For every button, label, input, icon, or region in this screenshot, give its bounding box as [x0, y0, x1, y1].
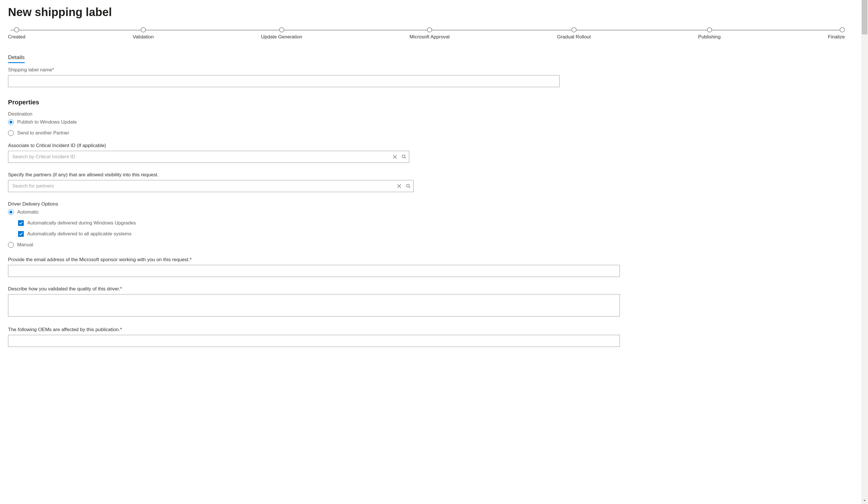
radio-manual[interactable]: Manual — [8, 242, 860, 248]
checkbox-auto-upgrades[interactable]: Automatically delivered during Windows U… — [18, 220, 860, 226]
progress-bar: Created Validation Update Generation Mic… — [8, 27, 845, 40]
search-icon[interactable] — [401, 154, 407, 160]
checkbox-label: Automatically delivered to all applicabl… — [27, 231, 132, 237]
progress-circle — [571, 27, 577, 32]
checkbox-auto-all-systems[interactable]: Automatically delivered to all applicabl… — [18, 231, 860, 237]
clear-icon[interactable] — [396, 183, 402, 189]
destination-label: Destination — [8, 111, 860, 117]
validation-description-input[interactable] — [8, 294, 620, 317]
radio-label: Manual — [17, 242, 33, 248]
progress-step-validation: Validation — [133, 27, 154, 40]
scrollbar-track[interactable] — [861, 0, 868, 362]
oems-affected-input[interactable] — [8, 335, 620, 347]
radio-icon — [8, 119, 14, 125]
progress-step-update-generation: Update Generation — [261, 27, 302, 40]
progress-label: Finalize — [828, 34, 845, 40]
critical-incident-label: Associate to Critical Incident ID (If ap… — [8, 143, 860, 148]
progress-step-gradual-rollout: Gradual Rollout — [557, 27, 591, 40]
radio-icon — [8, 242, 14, 248]
driver-delivery-options-label: Driver Delivery Options — [8, 201, 860, 207]
svg-point-1 — [407, 184, 410, 187]
progress-circle — [279, 27, 284, 32]
tab-bar: Details — [8, 54, 860, 63]
radio-label: Automatic — [17, 209, 39, 215]
shipping-label-name-input[interactable] — [8, 75, 560, 87]
radio-publish-windows-update[interactable]: Publish to Windows Update — [8, 119, 860, 125]
radio-icon — [8, 209, 14, 215]
checkbox-icon — [18, 231, 24, 237]
tab-details[interactable]: Details — [8, 54, 25, 63]
sponsor-email-label: Provide the email address of the Microso… — [8, 257, 860, 263]
validation-description-label: Describe how you validated the quality o… — [8, 286, 860, 292]
progress-label: Update Generation — [261, 34, 302, 40]
progress-label: Created — [8, 34, 25, 40]
progress-label: Microsoft Approval — [410, 34, 450, 40]
progress-label: Gradual Rollout — [557, 34, 591, 40]
progress-label: Publishing — [698, 34, 721, 40]
svg-point-0 — [402, 155, 405, 158]
progress-circle — [141, 27, 146, 32]
radio-icon — [8, 130, 14, 136]
radio-automatic[interactable]: Automatic — [8, 209, 860, 215]
progress-circle — [427, 27, 432, 32]
progress-step-publishing: Publishing — [698, 27, 721, 40]
progress-label: Validation — [133, 34, 154, 40]
scrollbar-thumb[interactable] — [862, 0, 867, 34]
radio-send-another-partner[interactable]: Send to another Partner — [8, 130, 860, 136]
oems-affected-label: The following OEMs are affected by this … — [8, 327, 860, 332]
progress-circle — [14, 27, 19, 32]
progress-step-created: Created — [8, 27, 25, 40]
progress-circle — [840, 27, 845, 32]
search-icon[interactable] — [405, 183, 411, 189]
radio-label: Publish to Windows Update — [17, 119, 77, 125]
progress-step-microsoft-approval: Microsoft Approval — [410, 27, 450, 40]
radio-label: Send to another Partner — [17, 130, 69, 136]
sponsor-email-input[interactable] — [8, 265, 620, 277]
progress-circle — [707, 27, 712, 32]
partners-searchbox — [8, 180, 414, 192]
properties-heading: Properties — [8, 99, 860, 106]
shipping-label-name-label: Shipping label name — [8, 67, 860, 73]
progress-step-finalize: Finalize — [828, 27, 845, 40]
checkbox-icon — [18, 220, 24, 226]
checkbox-label: Automatically delivered during Windows U… — [27, 220, 136, 226]
critical-incident-input[interactable] — [8, 151, 409, 163]
partners-visibility-label: Specify the partners (if any) that are a… — [8, 172, 860, 178]
page-title: New shipping label — [8, 6, 860, 19]
partners-input[interactable] — [8, 180, 414, 192]
critical-incident-searchbox — [8, 151, 409, 163]
clear-icon[interactable] — [392, 154, 398, 160]
